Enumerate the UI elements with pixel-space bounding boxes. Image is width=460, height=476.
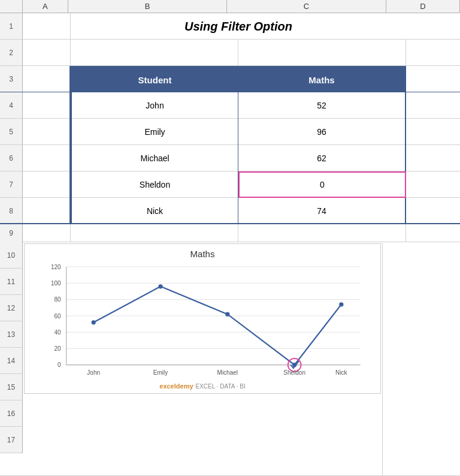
cell-2a[interactable] [23, 40, 71, 66]
cell-5d[interactable] [406, 119, 460, 145]
row-header-spacer [0, 0, 23, 13]
data-point-nick [339, 302, 343, 306]
row-num-12: 12 [0, 295, 23, 321]
svg-text:120: 120 [51, 264, 61, 270]
cell-5c[interactable]: 96 [238, 119, 406, 145]
col-header-d: D [386, 0, 460, 13]
cell-9d[interactable] [406, 224, 460, 242]
cell-9a[interactable] [23, 224, 71, 242]
rows-container: 1 Using Filter Option 2 3 Student Maths … [0, 13, 460, 476]
cell-3d[interactable] [406, 66, 460, 92]
data-point-john [92, 320, 96, 324]
cell-6a[interactable] [23, 145, 71, 171]
cell-2b[interactable] [71, 40, 238, 66]
data-point-michael [225, 312, 229, 317]
row-num-3: 3 [0, 66, 23, 92]
chart-title: Maths [31, 249, 374, 259]
row-num-13: 13 [0, 321, 23, 348]
svg-text:0: 0 [58, 361, 61, 368]
row-num-10: 10 [0, 242, 23, 269]
cell-3c-header: Maths [238, 66, 406, 92]
cell-7b[interactable]: Sheldon [71, 171, 238, 198]
cell-6c[interactable]: 62 [238, 145, 406, 171]
spreadsheet: A B C D 1 Using Filter Option 2 3 Studen… [0, 0, 460, 476]
col-headers: A B C D [0, 0, 460, 13]
row-num-1: 1 [0, 13, 23, 39]
data-point-emily [158, 284, 162, 288]
row-2: 2 [0, 40, 460, 66]
row-9: 9 [0, 224, 460, 242]
col-header-b: B [68, 0, 227, 13]
cell-3a[interactable] [23, 66, 71, 92]
row-num-4: 4 [0, 92, 23, 118]
svg-text:20: 20 [55, 345, 62, 352]
cell-7d[interactable] [406, 171, 460, 198]
cell-4d[interactable] [406, 92, 460, 119]
row-num-8: 8 [0, 198, 23, 223]
col-header-c: C [227, 0, 386, 13]
title-cell: Using Filter Option [71, 13, 406, 40]
cell-4b[interactable]: John [71, 92, 238, 119]
row-num-6: 6 [0, 145, 23, 171]
row-num-14: 14 [0, 348, 23, 374]
chart-row-nums: 10 11 12 13 14 15 16 17 [0, 242, 23, 475]
col-header-a: A [23, 0, 68, 13]
row-7: 7 Sheldon 0 [0, 171, 460, 198]
row-8: 8 Nick 74 [0, 198, 460, 224]
chart-row: 10 11 12 13 14 15 16 17 Maths [0, 242, 460, 476]
cell-4a[interactable] [23, 92, 71, 119]
cell-9b[interactable] [71, 224, 238, 242]
row-num-7: 7 [0, 171, 23, 197]
x-label-emily: Emily [153, 369, 168, 376]
row-num-16: 16 [0, 400, 23, 427]
chart-area: 120 100 80 60 40 20 0 [31, 261, 374, 381]
chart-svg: 120 100 80 60 40 20 0 [31, 261, 374, 381]
chart-container: Maths [24, 243, 381, 394]
row-num-5: 5 [0, 119, 23, 144]
cell-2d[interactable] [406, 40, 460, 66]
row-num-2: 2 [0, 40, 23, 65]
cell-8c[interactable]: 74 [238, 198, 406, 224]
cell-7a[interactable] [23, 171, 71, 198]
cell-4c[interactable]: 52 [238, 92, 406, 119]
cell-7c-selected[interactable]: 0 [238, 171, 406, 198]
row-num-9: 9 [0, 224, 23, 242]
watermark-subtext: EXCEL · DATA · BI [196, 383, 246, 390]
cell-1a[interactable] [23, 13, 71, 40]
cell-8d[interactable] [406, 198, 460, 224]
cell-3b-header: Student [71, 66, 238, 92]
watermark: exceldemy EXCEL · DATA · BI [31, 381, 374, 391]
row-3: 3 Student Maths [0, 66, 460, 92]
row-6: 6 Michael 62 [0, 145, 460, 171]
svg-text:80: 80 [55, 296, 62, 303]
cell-6d[interactable] [406, 145, 460, 171]
cell-6b[interactable]: Michael [71, 145, 238, 171]
row-4: 4 John 52 [0, 92, 460, 119]
x-label-john: John [87, 369, 100, 376]
cell-5b[interactable]: Emily [71, 119, 238, 145]
svg-text:40: 40 [55, 329, 62, 336]
cell-2c[interactable] [238, 40, 406, 66]
cell-1d[interactable] [406, 13, 460, 40]
cell-8b[interactable]: Nick [71, 198, 238, 224]
cell-8a[interactable] [23, 198, 71, 224]
x-label-nick: Nick [335, 369, 347, 376]
chart-line [93, 287, 341, 365]
svg-text:60: 60 [55, 313, 62, 320]
row-num-17: 17 [0, 427, 23, 453]
chart-right-spacer [382, 242, 460, 475]
x-label-michael: Michael [217, 369, 238, 376]
row-num-15: 15 [0, 374, 23, 400]
x-label-sheldon: Sheldon [283, 369, 305, 376]
svg-text:100: 100 [51, 280, 61, 287]
row-1: 1 Using Filter Option [0, 13, 460, 40]
row-5: 5 Emily 96 [0, 119, 460, 145]
chart-cell: Maths [23, 242, 382, 475]
row-num-11: 11 [0, 269, 23, 295]
cell-5a[interactable] [23, 119, 71, 145]
watermark-logo: exceldemy [159, 382, 193, 390]
cell-9c[interactable] [238, 224, 406, 242]
